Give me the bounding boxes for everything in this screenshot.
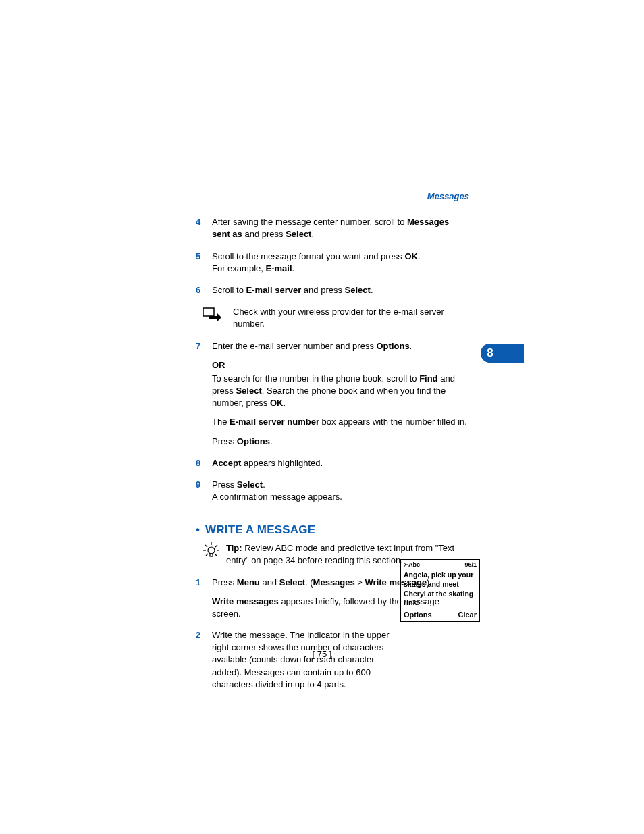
step-9: 9 Press Select. A confirmation message a… [196, 479, 533, 503]
svg-marker-1 [209, 313, 221, 321]
step-4: 4 After saving the message center number… [196, 216, 533, 240]
svg-line-8 [215, 554, 217, 556]
phone-screen-mockup: Abc 96/1 Angela, pick up your skates and… [400, 559, 480, 622]
note-arrow-icon [196, 306, 233, 330]
step-number: 7 [196, 340, 212, 448]
step-7: 7 Enter the e-mail server number and pre… [196, 340, 533, 448]
step-number: 5 [196, 251, 212, 275]
note-text: Check with your wireless provider for th… [233, 306, 533, 330]
step-8: 8 Accept appears highlighted. [196, 457, 533, 469]
char-counter: 96/1 [464, 561, 477, 569]
right-softkey: Clear [458, 610, 477, 620]
provider-note: Check with your wireless provider for th… [196, 306, 533, 330]
section-header: Messages [196, 190, 533, 203]
left-softkey: Options [404, 610, 432, 620]
step-text: Scroll to the message format you want an… [212, 251, 533, 275]
heading-text: WRITE A MESSAGE [205, 523, 315, 536]
step-number: 4 [196, 216, 212, 240]
write-step-1: 1 Press Menu and Select. (Messages > Wri… [196, 577, 533, 621]
page-number: [ 75 ] [0, 648, 644, 660]
tip-note: Tip: Review ABC mode and predictive text… [196, 542, 533, 567]
svg-line-4 [215, 545, 217, 547]
svg-rect-0 [203, 308, 214, 316]
step-6: 6 Scroll to E-mail server and press Sele… [196, 284, 533, 296]
step-text: Press Select. A confirmation message app… [212, 479, 533, 503]
step-number: 1 [196, 577, 212, 621]
step-number: 8 [196, 457, 212, 469]
lightbulb-icon [203, 542, 226, 567]
svg-point-9 [208, 547, 215, 554]
section-heading-write-message: •WRITE A MESSAGE [196, 522, 533, 538]
step-text: Press Menu and Select. (Messages > Write… [212, 577, 533, 621]
svg-rect-10 [210, 554, 213, 556]
step-text: After saving the message center number, … [212, 216, 533, 240]
step-5: 5 Scroll to the message format you want … [196, 251, 533, 275]
confirmation-text: A confirmation message appears. [212, 491, 469, 503]
or-label: OR [212, 359, 469, 371]
step-number: 6 [196, 284, 212, 296]
tip-text: Tip: Review ABC mode and predictive text… [226, 542, 533, 567]
input-mode-indicator: Abc [404, 561, 420, 569]
step-text: Enter the e-mail server number and press… [212, 340, 533, 448]
message-text: Angela, pick up your skates and meet Che… [404, 571, 477, 608]
tip-label: Tip: [226, 543, 242, 553]
step-text: Accept appears highlighted. [212, 457, 533, 469]
svg-line-3 [205, 545, 207, 547]
step-number: 9 [196, 479, 212, 503]
svg-line-7 [206, 554, 208, 556]
step-text: Scroll to E-mail server and press Select… [212, 284, 533, 296]
bullet-icon: • [196, 522, 205, 538]
